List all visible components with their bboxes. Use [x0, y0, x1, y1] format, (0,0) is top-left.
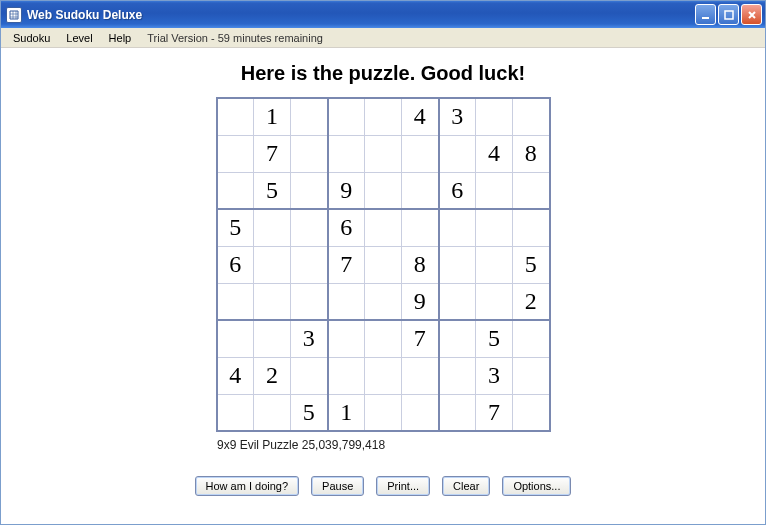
- sudoku-cell[interactable]: [291, 135, 328, 172]
- sudoku-cell[interactable]: 2: [254, 357, 291, 394]
- pause-button[interactable]: Pause: [311, 476, 364, 496]
- sudoku-cell[interactable]: 7: [476, 394, 513, 431]
- sudoku-cell[interactable]: [291, 357, 328, 394]
- sudoku-cell[interactable]: [217, 283, 254, 320]
- sudoku-cell[interactable]: [217, 394, 254, 431]
- sudoku-cell[interactable]: [328, 135, 365, 172]
- sudoku-cell[interactable]: [513, 357, 550, 394]
- sudoku-cell[interactable]: [254, 320, 291, 357]
- sudoku-cell[interactable]: [513, 394, 550, 431]
- sudoku-cell[interactable]: [328, 283, 365, 320]
- sudoku-cell[interactable]: [402, 357, 439, 394]
- sudoku-cell[interactable]: [402, 172, 439, 209]
- app-icon: [6, 7, 22, 23]
- sudoku-cell[interactable]: [476, 283, 513, 320]
- sudoku-cell[interactable]: 5: [513, 246, 550, 283]
- sudoku-cell[interactable]: 8: [513, 135, 550, 172]
- sudoku-cell[interactable]: 4: [217, 357, 254, 394]
- sudoku-cell[interactable]: 2: [513, 283, 550, 320]
- sudoku-cell[interactable]: [217, 98, 254, 135]
- svg-rect-2: [725, 11, 733, 19]
- minimize-button[interactable]: [695, 4, 716, 25]
- button-row: How am I doing? Pause Print... Clear Opt…: [195, 476, 572, 496]
- menu-help[interactable]: Help: [101, 30, 140, 46]
- sudoku-cell[interactable]: [476, 98, 513, 135]
- sudoku-cell[interactable]: 9: [402, 283, 439, 320]
- sudoku-cell[interactable]: [476, 246, 513, 283]
- sudoku-cell[interactable]: [291, 209, 328, 246]
- sudoku-cell[interactable]: [402, 209, 439, 246]
- sudoku-cell[interactable]: 5: [291, 394, 328, 431]
- sudoku-cell[interactable]: 6: [328, 209, 365, 246]
- sudoku-cell[interactable]: [439, 357, 476, 394]
- sudoku-cell[interactable]: [254, 394, 291, 431]
- sudoku-cell[interactable]: [513, 209, 550, 246]
- sudoku-cell[interactable]: 3: [476, 357, 513, 394]
- print-button[interactable]: Print...: [376, 476, 430, 496]
- sudoku-cell[interactable]: [476, 209, 513, 246]
- options-button[interactable]: Options...: [502, 476, 571, 496]
- sudoku-cell[interactable]: 5: [217, 209, 254, 246]
- sudoku-cell[interactable]: [365, 135, 402, 172]
- clear-button[interactable]: Clear: [442, 476, 490, 496]
- sudoku-cell[interactable]: 7: [254, 135, 291, 172]
- sudoku-cell[interactable]: [217, 320, 254, 357]
- menu-level[interactable]: Level: [58, 30, 100, 46]
- sudoku-cell[interactable]: [439, 209, 476, 246]
- titlebar: Web Sudoku Deluxe: [1, 1, 765, 28]
- sudoku-cell[interactable]: [254, 209, 291, 246]
- sudoku-cell[interactable]: [365, 357, 402, 394]
- sudoku-cell[interactable]: [439, 320, 476, 357]
- sudoku-cell[interactable]: [513, 172, 550, 209]
- sudoku-cell[interactable]: 1: [328, 394, 365, 431]
- sudoku-cell[interactable]: [328, 357, 365, 394]
- sudoku-cell[interactable]: [365, 394, 402, 431]
- sudoku-cell[interactable]: [365, 283, 402, 320]
- sudoku-cell[interactable]: [291, 98, 328, 135]
- app-window: Web Sudoku Deluxe Sudoku Level Help Tria…: [0, 0, 766, 525]
- page-title: Here is the puzzle. Good luck!: [241, 62, 526, 85]
- how-am-i-doing-button[interactable]: How am I doing?: [195, 476, 300, 496]
- sudoku-cell[interactable]: 8: [402, 246, 439, 283]
- sudoku-cell[interactable]: [254, 283, 291, 320]
- sudoku-cell[interactable]: 7: [328, 246, 365, 283]
- sudoku-cell[interactable]: 5: [254, 172, 291, 209]
- sudoku-cell[interactable]: 1: [254, 98, 291, 135]
- sudoku-cell[interactable]: [439, 394, 476, 431]
- maximize-button[interactable]: [718, 4, 739, 25]
- sudoku-cell[interactable]: 4: [402, 98, 439, 135]
- sudoku-cell[interactable]: [439, 283, 476, 320]
- sudoku-cell[interactable]: 3: [291, 320, 328, 357]
- sudoku-cell[interactable]: [476, 172, 513, 209]
- menu-sudoku[interactable]: Sudoku: [5, 30, 58, 46]
- sudoku-cell[interactable]: [291, 283, 328, 320]
- sudoku-cell[interactable]: 4: [476, 135, 513, 172]
- sudoku-cell[interactable]: 6: [217, 246, 254, 283]
- sudoku-cell[interactable]: [217, 135, 254, 172]
- sudoku-cell[interactable]: [291, 246, 328, 283]
- sudoku-cell[interactable]: [328, 98, 365, 135]
- sudoku-cell[interactable]: [402, 135, 439, 172]
- sudoku-cell[interactable]: [254, 246, 291, 283]
- sudoku-cell[interactable]: 3: [439, 98, 476, 135]
- sudoku-cell[interactable]: [439, 135, 476, 172]
- sudoku-cell[interactable]: [439, 246, 476, 283]
- sudoku-cell[interactable]: [365, 246, 402, 283]
- close-button[interactable]: [741, 4, 762, 25]
- sudoku-cell[interactable]: [217, 172, 254, 209]
- sudoku-cell[interactable]: 6: [439, 172, 476, 209]
- sudoku-cell[interactable]: [365, 209, 402, 246]
- sudoku-cell[interactable]: [365, 172, 402, 209]
- sudoku-cell[interactable]: [513, 320, 550, 357]
- sudoku-cell[interactable]: [513, 98, 550, 135]
- sudoku-cell[interactable]: [365, 320, 402, 357]
- sudoku-cell[interactable]: [365, 98, 402, 135]
- sudoku-cell[interactable]: [291, 172, 328, 209]
- sudoku-cell[interactable]: [402, 394, 439, 431]
- sudoku-cell[interactable]: [328, 320, 365, 357]
- sudoku-grid: 14374859656678592375423517: [216, 97, 551, 432]
- menubar: Sudoku Level Help Trial Version - 59 min…: [1, 28, 765, 48]
- sudoku-cell[interactable]: 9: [328, 172, 365, 209]
- sudoku-cell[interactable]: 5: [476, 320, 513, 357]
- sudoku-cell[interactable]: 7: [402, 320, 439, 357]
